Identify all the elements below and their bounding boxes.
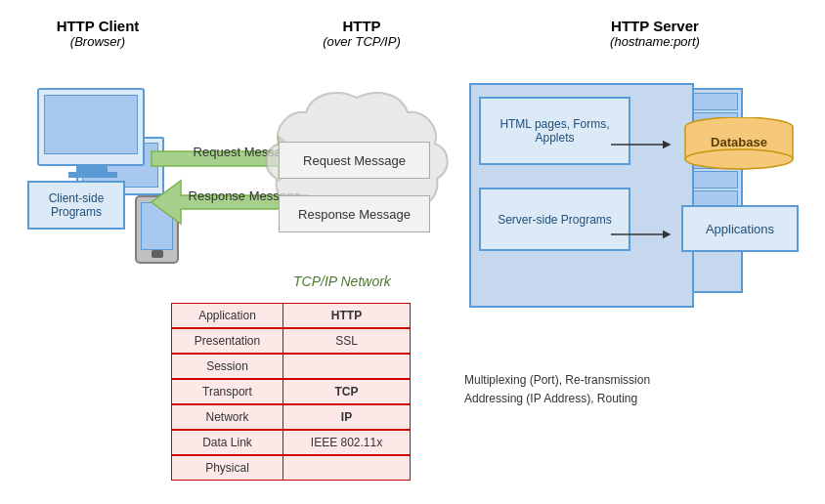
osi-protocol-http: HTTP	[283, 303, 411, 328]
diagram-container: HTTP Client (Browser) HTTP (over TCP/IP)…	[0, 0, 825, 504]
client-title: HTTP Client (Browser)	[29, 18, 166, 49]
osi-layer-application: Application	[171, 303, 283, 328]
osi-layer-transport: Transport	[171, 379, 283, 404]
osi-row-physical: Physical	[171, 455, 455, 481]
network-title: HTTP (over TCP/IP)	[283, 18, 440, 49]
osi-row-application: Application HTTP	[171, 303, 455, 328]
client-programs-label: Client-sidePrograms	[49, 191, 105, 219]
client-main-title: HTTP Client	[29, 18, 166, 34]
response-message-box: Response Message	[279, 195, 430, 232]
network-sub-title: (over TCP/IP)	[283, 34, 440, 49]
svg-text:Database: Database	[711, 135, 767, 149]
svg-point-8	[685, 149, 793, 169]
osi-row-presentation: Presentation SSL	[171, 328, 455, 354]
osi-layer-network: Network	[171, 404, 283, 430]
osi-row-datalink: Data Link IEEE 802.11x	[171, 430, 455, 455]
osi-protocol-ip: IP	[283, 404, 411, 430]
osi-layer-session: Session	[171, 354, 283, 379]
osi-protocol-ieee: IEEE 802.11x	[283, 430, 411, 455]
applications-label: Applications	[706, 222, 774, 236]
osi-row-session: Session	[171, 354, 455, 379]
applications-box: Applications	[681, 205, 799, 252]
osi-row-transport: Transport TCP	[171, 379, 455, 404]
server-title: HTTP Server (hostname:port)	[557, 18, 753, 49]
database-cylinder-icon: Database	[681, 117, 797, 171]
osi-layer-physical: Physical	[171, 455, 283, 481]
osi-protocol-tcp: TCP	[283, 379, 411, 404]
osi-layer-datalink: Data Link	[171, 430, 283, 455]
osi-protocol-session-empty	[283, 354, 411, 379]
osi-annotation-line2: Addressing (IP Address), Routing	[464, 390, 806, 408]
computer-stand	[78, 164, 108, 172]
network-main-title: HTTP	[283, 18, 440, 34]
request-message-box: Request Message	[279, 142, 430, 179]
osi-protocol-ssl: SSL	[283, 328, 411, 354]
osi-table: Application HTTP Presentation SSL Sessio…	[171, 303, 455, 481]
server-programs-box: Server-side Programs	[479, 188, 630, 251]
osi-layer-presentation: Presentation	[171, 328, 283, 354]
cloud-icon	[259, 83, 459, 278]
server-main-title: HTTP Server	[557, 18, 753, 34]
database-container: Database	[681, 117, 797, 171]
server-sub-title: (hostname:port)	[557, 34, 753, 49]
computer-screen	[44, 95, 138, 154]
osi-annotation-line1: Multiplexing (Port), Re-transmission	[464, 371, 806, 390]
client-programs-box: Client-sidePrograms	[27, 181, 125, 230]
html-pages-box: HTML pages, Forms, Applets	[479, 97, 630, 165]
html-pages-label: HTML pages, Forms, Applets	[481, 117, 629, 145]
mobile-button	[152, 250, 163, 258]
osi-row-network: Network IP	[171, 404, 455, 430]
computer-base	[68, 172, 117, 178]
osi-protocol-physical-empty	[283, 455, 411, 481]
client-sub-title: (Browser)	[29, 34, 166, 49]
server-programs-label: Server-side Programs	[498, 213, 612, 227]
computer-icon	[37, 88, 145, 166]
osi-annotation: Multiplexing (Port), Re-transmission Add…	[464, 371, 806, 408]
tcp-ip-network-label: TCP/IP Network	[293, 273, 391, 289]
